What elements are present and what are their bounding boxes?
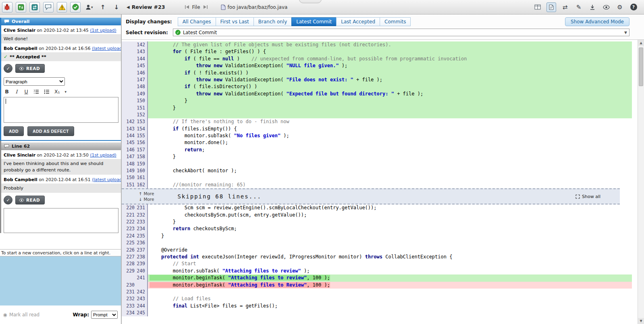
display-last-accepted-button[interactable]: Last Accepted xyxy=(336,17,380,26)
code-line[interactable]: 148159 xyxy=(122,161,632,167)
subscript-button[interactable]: X₁ xyxy=(54,89,60,95)
code-line[interactable]: 222233 } xyxy=(122,219,632,225)
upload-link[interactable]: (latest upload) xyxy=(92,177,121,182)
vertical-scrollbar[interactable]: ▲ ▼ xyxy=(638,40,644,324)
code-line[interactable]: 223234 return checkoutsByScm; xyxy=(122,225,632,232)
prev-item-icon[interactable]: ↑ xyxy=(98,2,108,12)
upload-link[interactable]: (1st upload) xyxy=(90,28,116,33)
scrollbar-track[interactable] xyxy=(638,46,644,318)
display-commits-button[interactable]: Commits xyxy=(380,17,411,26)
code-line[interactable]: 143154 if (files.isEmpty()) { xyxy=(122,126,632,132)
code-line[interactable]: 142 // The given list of File objects mu… xyxy=(122,41,632,48)
code-line[interactable]: 150 } xyxy=(122,97,632,104)
code-line[interactable]: 145 throw new ValidationException( "NULL… xyxy=(122,62,632,69)
mark-all-read-button[interactable]: ◉ Mark all read xyxy=(3,312,39,318)
code-line[interactable]: 144155 monitor.subTask( "No files given"… xyxy=(122,132,632,139)
overall-comment-input[interactable] xyxy=(4,97,118,123)
warning-icon[interactable] xyxy=(57,2,67,12)
scroll-down-button[interactable]: ▼ xyxy=(638,318,644,324)
upload-link[interactable]: (latest upload) xyxy=(92,46,121,51)
line-62-comment-input[interactable] xyxy=(4,208,118,233)
code-line[interactable]: 147 throw new ValidationException( "File… xyxy=(122,76,632,83)
code-line[interactable]: 149160 checkAbort( monitor ); xyxy=(122,167,632,174)
code-line[interactable]: 143 for ( File file : getFiles() ) { xyxy=(122,48,632,55)
next-item-icon[interactable]: ↓ xyxy=(111,2,122,12)
mark-read-toggle-button[interactable]: ✓ xyxy=(4,64,12,73)
show-advanced-mode-button[interactable]: Show Advanced Mode xyxy=(565,17,629,26)
back-to-review-button[interactable]: ◀ Review #23 xyxy=(127,4,165,10)
upload-link[interactable]: (1st upload) xyxy=(90,153,116,158)
read-button[interactable]: READ xyxy=(15,196,45,204)
accept-icon[interactable] xyxy=(70,2,81,12)
display-all-changes-button[interactable]: All Changes xyxy=(178,17,216,26)
ordered-list-button[interactable] xyxy=(33,89,39,94)
italic-button[interactable]: I xyxy=(14,89,19,95)
code-line[interactable]: 225236 xyxy=(122,239,632,246)
code-line[interactable]: 145156 monitor.done(); xyxy=(122,139,632,146)
code-line[interactable]: 146 if ( ! file.exists() ) xyxy=(122,70,632,76)
new-line-number: 148 xyxy=(137,83,148,90)
download-icon[interactable] xyxy=(588,2,597,12)
collapse-handle[interactable] xyxy=(299,0,322,3)
code-line[interactable]: 221232 checkoutsByScm.put(scm, entry.get… xyxy=(122,212,632,219)
show-all-button[interactable]: Show all xyxy=(575,194,600,199)
changes-teal-icon[interactable] xyxy=(29,2,40,12)
code-line[interactable]: 230 monitor.beginTask( "Attaching files … xyxy=(122,282,632,289)
conversation-icon[interactable] xyxy=(43,2,54,12)
code-line[interactable]: 148 if ( file.isDirectory() ) xyxy=(122,83,632,90)
settings-icon[interactable]: ⚙ xyxy=(615,2,625,12)
code-line[interactable]: 149 throw new ValidationException( "Expe… xyxy=(122,91,632,97)
bold-button[interactable]: B xyxy=(4,89,9,95)
code-line[interactable]: 224235 } xyxy=(122,233,632,239)
prev-file-icon[interactable] xyxy=(185,5,189,9)
single-file-icon[interactable] xyxy=(546,2,556,12)
visibility-icon[interactable] xyxy=(601,2,611,12)
code-line[interactable]: 150161 xyxy=(122,174,632,181)
defect-icon[interactable] xyxy=(2,2,12,12)
changes-green-icon[interactable] xyxy=(16,2,26,12)
more-down-button[interactable]: ↓More xyxy=(139,197,154,202)
next-file-icon[interactable] xyxy=(203,5,208,9)
layout-columns-icon[interactable] xyxy=(533,2,542,12)
code-line[interactable]: 241 monitor.beginTask( "Attaching files … xyxy=(122,274,632,281)
user-menu-icon[interactable]: ▾ xyxy=(84,2,94,12)
code-line[interactable]: 151 } xyxy=(122,105,632,111)
code-line[interactable]: 228239 // Start xyxy=(122,260,632,267)
add-button[interactable]: ADD xyxy=(4,126,24,136)
code-line[interactable]: 227238 protected int executeJson(Integer… xyxy=(122,254,632,260)
mark-read-toggle-button[interactable]: ✓ xyxy=(4,196,12,204)
more-formats-caret-icon[interactable]: ▾ xyxy=(65,90,67,94)
display-latest-commit-button[interactable]: Latest Commit xyxy=(291,17,337,26)
overall-section-header[interactable]: Overall xyxy=(1,18,121,25)
revision-dropdown[interactable]: ✓ Latest Commit ▼ xyxy=(173,29,629,36)
code-line[interactable]: 144 if ( file == null ) // unexpected fr… xyxy=(122,56,632,62)
new-conversation-hint: To start a new conversation, click on a … xyxy=(0,249,121,256)
code-line[interactable]: 231242 xyxy=(122,289,632,295)
line-62-section-header[interactable]: Line 62 xyxy=(1,142,121,150)
code-line[interactable]: 233244 final List<File> files = getFiles… xyxy=(122,303,632,310)
more-up-button[interactable]: ↑More xyxy=(139,191,154,196)
edit-icon[interactable]: ✎ xyxy=(574,2,584,12)
read-button[interactable]: READ xyxy=(15,64,45,73)
code-line[interactable]: 152 xyxy=(122,111,632,118)
bullet-list-button[interactable] xyxy=(44,89,50,94)
code-line[interactable]: 147158 } xyxy=(122,153,632,160)
code-line[interactable]: 146157 return; xyxy=(122,147,632,153)
code-line[interactable]: 226237 @Override xyxy=(122,247,632,254)
add-as-defect-button[interactable]: ADD AS DEFECT xyxy=(27,126,74,136)
code-line[interactable]: 142153 // If there's nothing to do - fin… xyxy=(122,118,632,125)
display-first-vs-last-button[interactable]: First vs Last xyxy=(216,17,254,26)
wrap-select[interactable]: Prompt xyxy=(91,311,118,319)
compare-icon[interactable]: ⇄ xyxy=(560,2,570,12)
code-line[interactable]: 232243 // Load files xyxy=(122,295,632,302)
help-icon[interactable]: ? xyxy=(629,2,638,12)
code-line[interactable]: 234245 xyxy=(122,310,632,316)
scrollbar-thumb[interactable] xyxy=(639,47,643,86)
underline-button[interactable]: U xyxy=(24,89,29,95)
code-line[interactable]: 220231 Scm scm = review.getEngine().scmB… xyxy=(122,204,632,211)
code-line[interactable]: 229240 monitor.subTask( "Attaching files… xyxy=(122,268,632,274)
code-line[interactable]: 151162 //(monitor remaining: 65) xyxy=(122,182,632,188)
scroll-up-button[interactable]: ▲ xyxy=(638,40,644,46)
paragraph-style-select[interactable]: Paragraph xyxy=(4,77,65,86)
display-branch-only-button[interactable]: Branch only xyxy=(253,17,292,26)
